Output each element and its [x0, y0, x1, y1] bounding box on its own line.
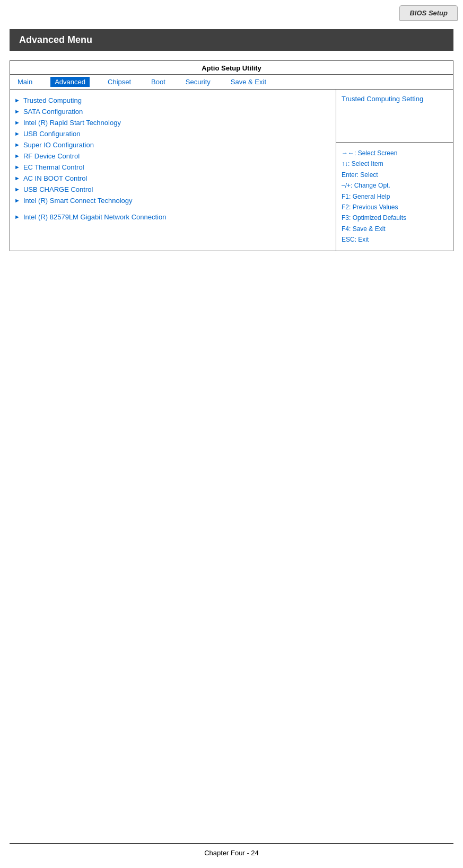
- menu-item-2[interactable]: ►Intel (R) Rapid Start Technology: [14, 117, 331, 128]
- menu-item-label: USB CHARGE Control: [23, 185, 93, 193]
- menu-item-label: Trusted Computing: [23, 96, 82, 104]
- arrow-icon: ►: [14, 175, 20, 181]
- menu-item-label: Intel (R) Rapid Start Technology: [23, 119, 121, 127]
- menu-item-4[interactable]: ►Super IO Configuration: [14, 139, 331, 150]
- footer-label: Chapter Four - 24: [204, 849, 259, 857]
- arrow-icon: ►: [14, 97, 20, 103]
- help-line: F1: General Help: [342, 191, 448, 202]
- nav-item-advanced[interactable]: Advanced: [50, 77, 90, 87]
- arrow-icon: ►: [14, 141, 20, 148]
- menu-item-10[interactable]: ►Intel (R) 82579LM Gigabit Network Conne…: [14, 211, 331, 223]
- nav-item-chipset[interactable]: Chipset: [106, 77, 133, 87]
- arrow-icon: ►: [14, 214, 20, 220]
- arrow-icon: ►: [14, 108, 20, 114]
- help-line: F2: Previous Values: [342, 202, 448, 212]
- aptio-title: Aptio Setup Utility: [10, 61, 453, 75]
- help-line: F4: Save & Exit: [342, 224, 448, 234]
- menu-item-label: EC Thermal Control: [23, 163, 84, 171]
- info-bottom: →←: Select Screen↑↓: Select ItemEnter: S…: [336, 143, 453, 251]
- arrow-icon: ►: [14, 130, 20, 137]
- arrow-icon: ►: [14, 186, 20, 192]
- nav-item-boot[interactable]: Boot: [149, 77, 168, 87]
- arrow-icon: ►: [14, 197, 20, 203]
- menu-item-8[interactable]: ►USB CHARGE Control: [14, 184, 331, 195]
- bios-left-panel: ►Trusted Computing►SATA Configuration►In…: [10, 90, 336, 251]
- menu-item-5[interactable]: ►RF Device Control: [14, 150, 331, 162]
- menu-item-label: USB Configuration: [23, 130, 81, 138]
- arrow-icon: ►: [14, 153, 20, 159]
- menu-item-label: AC IN BOOT Control: [23, 174, 87, 182]
- bios-setup-box: Aptio Setup Utility MainAdvancedChipsetB…: [10, 60, 453, 251]
- bios-content: ►Trusted Computing►SATA Configuration►In…: [10, 90, 453, 251]
- help-line: ↑↓: Select Item: [342, 158, 448, 169]
- menu-item-6[interactable]: ►EC Thermal Control: [14, 162, 331, 173]
- menu-item-label: RF Device Control: [23, 152, 80, 160]
- menu-item-7[interactable]: ►AC IN BOOT Control: [14, 173, 331, 184]
- bios-right-panel: Trusted Computing Setting →←: Select Scr…: [336, 90, 453, 251]
- arrow-icon: ►: [14, 164, 20, 170]
- nav-item-security[interactable]: Security: [184, 77, 213, 87]
- menu-item-3[interactable]: ►USB Configuration: [14, 128, 331, 139]
- menu-item-label: Super IO Configuration: [23, 141, 94, 149]
- nav-item-save-&-exit[interactable]: Save & Exit: [229, 77, 268, 87]
- help-line: Enter: Select: [342, 170, 448, 180]
- menu-item-label: Intel (R) 82579LM Gigabit Network Connec…: [23, 213, 167, 221]
- menu-item-0[interactable]: ►Trusted Computing: [14, 95, 331, 106]
- menu-item-1[interactable]: ►SATA Configuration: [14, 106, 331, 117]
- help-line: ESC: Exit: [342, 234, 448, 245]
- bios-nav-row: MainAdvancedChipsetBootSecuritySave & Ex…: [10, 75, 453, 90]
- help-line: F3: Optimized Defaults: [342, 212, 448, 223]
- menu-item-9[interactable]: ►Intel (R) Smart Connect Technology: [14, 195, 331, 206]
- help-line: →←: Select Screen: [342, 148, 448, 158]
- info-top: Trusted Computing Setting: [336, 90, 453, 143]
- nav-item-main[interactable]: Main: [15, 77, 34, 87]
- arrow-icon: ►: [14, 119, 20, 126]
- menu-item-label: Intel (R) Smart Connect Technology: [23, 197, 133, 205]
- help-line: –/+: Change Opt.: [342, 180, 448, 191]
- bios-setup-tab: BIOS Setup: [399, 5, 458, 21]
- menu-item-label: SATA Configuration: [23, 108, 83, 116]
- advanced-menu-header: Advanced Menu: [10, 29, 453, 51]
